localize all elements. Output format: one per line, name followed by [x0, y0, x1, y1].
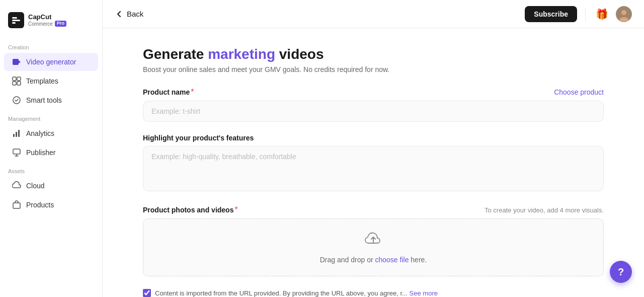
sidebar-item-publisher-label: Publisher [26, 148, 55, 157]
svg-rect-1 [12, 17, 17, 19]
product-name-label: Product name [143, 88, 190, 96]
choose-product-link[interactable]: Choose product [554, 88, 604, 96]
help-fab-button[interactable]: ? [610, 261, 632, 283]
analytics-icon [12, 129, 21, 138]
sidebar-item-analytics[interactable]: Analytics [4, 124, 98, 142]
svg-rect-7 [17, 77, 21, 81]
products-icon [12, 200, 21, 209]
upload-icon [364, 231, 382, 253]
publisher-icon [12, 148, 21, 157]
upload-zone[interactable]: Drag and drop or choose file here. [143, 218, 604, 276]
cloud-icon [12, 181, 21, 190]
page-subtitle: Boost your online sales and meet your GM… [143, 65, 604, 73]
sidebar-item-publisher[interactable]: Publisher [4, 143, 98, 162]
smart-tools-icon [12, 96, 21, 105]
see-more-link[interactable]: See more [410, 289, 438, 297]
photos-required: * [234, 205, 237, 214]
sidebar-item-products[interactable]: Products [4, 196, 98, 214]
page-title: Generate marketing videos [143, 46, 604, 62]
svg-rect-11 [13, 134, 15, 137]
creation-section-label: Creation [0, 38, 102, 52]
sidebar-item-analytics-label: Analytics [26, 129, 54, 137]
main-area: Back Subscribe 🎁 Generate marketing vide… [103, 0, 644, 297]
brand-name: CapCut Commerce Pro [28, 14, 66, 27]
upload-instructions: Drag and drop or choose file here. [320, 256, 427, 264]
subscribe-button[interactable]: Subscribe [525, 6, 577, 22]
assets-section-label: Assets [0, 162, 102, 176]
capcut-logo-icon [8, 12, 24, 28]
svg-rect-6 [13, 77, 16, 81]
consent-checkbox[interactable] [143, 289, 151, 297]
sidebar-item-cloud[interactable]: Cloud [4, 177, 98, 195]
photos-hint: To create your video, add 4 more visuals… [485, 206, 604, 214]
choose-file-link[interactable]: choose file [375, 256, 409, 264]
photos-group: Product photos and videos* To create you… [143, 205, 604, 276]
back-button[interactable]: Back [115, 10, 143, 19]
content-area: Generate marketing videos Boost your onl… [103, 28, 644, 297]
svg-rect-12 [16, 132, 17, 137]
features-textarea[interactable] [143, 146, 604, 191]
svg-rect-3 [12, 22, 16, 24]
avatar-image [616, 6, 632, 22]
svg-point-17 [621, 10, 626, 15]
svg-rect-13 [18, 130, 20, 137]
sidebar-item-smart-tools[interactable]: Smart tools [4, 91, 98, 109]
features-group: Highlight your product's features [143, 134, 604, 193]
templates-icon [12, 77, 21, 86]
header-divider [585, 7, 586, 21]
svg-marker-5 [19, 60, 21, 63]
video-generator-icon [12, 57, 21, 66]
avatar[interactable] [616, 6, 632, 22]
sidebar-item-video-generator-label: Video generator [26, 58, 76, 66]
sidebar-item-cloud-label: Cloud [26, 182, 45, 190]
sidebar-item-smart-tools-label: Smart tools [26, 96, 62, 104]
sidebar-item-products-label: Products [26, 201, 54, 209]
sidebar-item-templates-label: Templates [26, 77, 58, 85]
sidebar: CapCut Commerce Pro Creation Video gener… [0, 0, 103, 297]
product-name-label-row: Product name* Choose product [143, 88, 604, 97]
consent-text: Content is imported from the URL provide… [155, 288, 438, 297]
back-arrow-icon [115, 10, 124, 19]
product-name-required: * [191, 88, 194, 96]
consent-row: Content is imported from the URL provide… [143, 288, 604, 297]
product-name-input[interactable] [143, 101, 604, 122]
brand-logo: CapCut Commerce Pro [0, 8, 102, 38]
product-name-group: Product name* Choose product [143, 88, 604, 122]
gift-icon[interactable]: 🎁 [594, 6, 610, 22]
sidebar-item-video-generator[interactable]: Video generator [4, 53, 98, 71]
svg-rect-15 [13, 203, 20, 208]
features-label: Highlight your product's features [143, 134, 254, 142]
svg-rect-4 [13, 59, 19, 65]
management-section-label: Management [0, 110, 102, 124]
svg-rect-9 [17, 82, 21, 85]
header: Back Subscribe 🎁 [103, 0, 644, 28]
photos-label-row: Product photos and videos* To create you… [143, 205, 604, 214]
svg-rect-14 [13, 149, 20, 154]
features-label-row: Highlight your product's features [143, 134, 604, 142]
svg-rect-2 [12, 20, 20, 21]
photos-label: Product photos and videos [143, 206, 233, 214]
svg-rect-8 [13, 82, 16, 85]
sidebar-item-templates[interactable]: Templates [4, 72, 98, 90]
